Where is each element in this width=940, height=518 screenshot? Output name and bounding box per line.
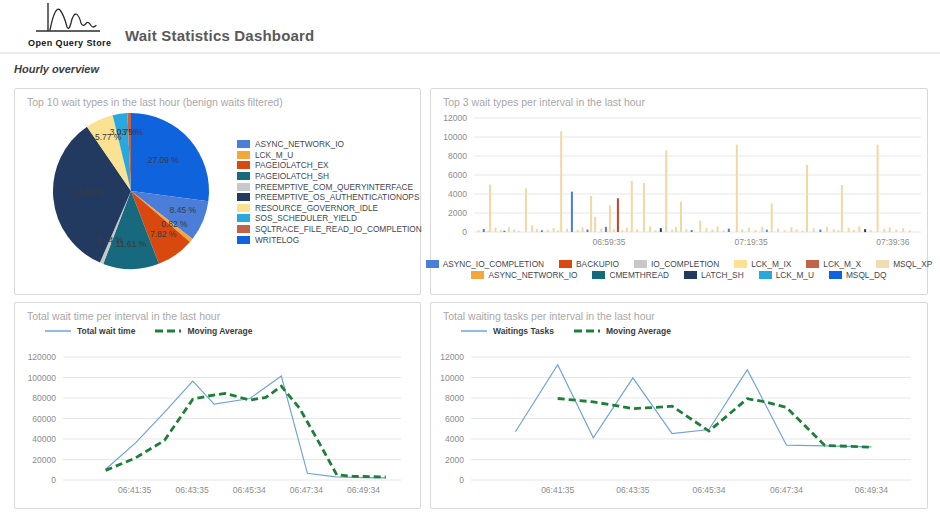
pie-legend-item-PAGEIOLATCH_SH[interactable]: PAGEIOLATCH_SH	[237, 171, 422, 182]
bar[interactable]	[877, 145, 879, 232]
bar[interactable]	[513, 230, 515, 233]
bar[interactable]	[796, 229, 798, 232]
bar[interactable]	[649, 226, 651, 232]
bar[interactable]	[617, 198, 619, 232]
bar[interactable]	[813, 228, 815, 232]
bar[interactable]	[848, 228, 850, 232]
bar[interactable]	[699, 221, 701, 232]
bar[interactable]	[748, 228, 750, 232]
pie-legend-item-SQLTRACE_FILE_READ_IO_COMPLETION[interactable]: SQLTRACE_FILE_READ_IO_COMPLETION	[237, 224, 422, 235]
bar[interactable]	[858, 226, 860, 232]
pie-legend-item-LCK_M_U[interactable]: LCK_M_U	[237, 150, 422, 161]
pie-legend-item-ASYNC_NETWORK_IO[interactable]: ASYNC_NETWORK_IO	[237, 139, 422, 150]
bar[interactable]	[503, 231, 505, 232]
bar[interactable]	[895, 230, 897, 232]
pie-legend-item-SOS_SCHEDULER_YIELD[interactable]: SOS_SCHEDULER_YIELD	[237, 213, 422, 224]
pie-legend-item-PAGEIOLATCH_EX[interactable]: PAGEIOLATCH_EX	[237, 160, 422, 171]
bar[interactable]	[489, 185, 491, 233]
pie-legend-item-RESOURCE_GOVERNOR_IDLE[interactable]: RESOURCE_GOVERNOR_IDLE	[237, 203, 422, 214]
bar[interactable]	[883, 229, 885, 232]
bar[interactable]	[870, 230, 872, 232]
bar[interactable]	[553, 228, 555, 232]
bar[interactable]	[675, 227, 677, 232]
bar[interactable]	[837, 230, 839, 232]
bar[interactable]	[691, 230, 693, 232]
bar[interactable]	[864, 229, 866, 232]
bar[interactable]	[755, 230, 757, 232]
bar[interactable]	[609, 205, 611, 232]
bar[interactable]	[495, 228, 497, 232]
bar[interactable]	[577, 230, 579, 232]
bar[interactable]	[902, 228, 904, 232]
bar[interactable]	[660, 228, 662, 232]
bar[interactable]	[671, 230, 673, 232]
line-legend-item-moving-average[interactable]: Moving Average	[155, 326, 252, 336]
bar[interactable]	[541, 230, 543, 232]
bar[interactable]	[802, 231, 804, 232]
bar[interactable]	[557, 231, 559, 233]
bar[interactable]	[685, 229, 687, 232]
bar-legend-item-MSQL_DQ[interactable]: MSQL_DQ	[829, 270, 887, 280]
line-legend-item-moving-average[interactable]: Moving Average	[574, 326, 671, 336]
bar[interactable]	[833, 229, 835, 232]
bar[interactable]	[531, 225, 533, 232]
series-line-total-wait-time[interactable]	[106, 376, 386, 478]
bar[interactable]	[518, 231, 520, 232]
pie-legend-item-PREEMPTIVE_COM_QUERYINTERFACE[interactable]: PREEMPTIVE_COM_QUERYINTERFACE	[237, 181, 422, 192]
bar-legend-item-BACKUPIO[interactable]: BACKUPIO	[559, 259, 619, 269]
bar[interactable]	[819, 230, 821, 232]
bar[interactable]	[560, 131, 562, 232]
bar[interactable]	[536, 229, 538, 232]
bar[interactable]	[636, 229, 638, 232]
bar[interactable]	[626, 228, 628, 232]
bar-legend-item-LATCH_SH[interactable]: LATCH_SH	[684, 270, 744, 280]
bar[interactable]	[761, 227, 763, 232]
bar-legend-item-ASYNC_IO_COMPLETION[interactable]: ASYNC_IO_COMPLETION	[426, 259, 544, 269]
bar[interactable]	[571, 192, 573, 232]
bar[interactable]	[909, 230, 911, 232]
bar[interactable]	[566, 229, 568, 232]
bar[interactable]	[736, 145, 738, 232]
bar-legend-item-MSQL_XP[interactable]: MSQL_XP	[876, 259, 932, 269]
bar[interactable]	[605, 227, 607, 232]
line-legend-item-total-wait-time[interactable]: Total wait time	[45, 326, 135, 336]
bar[interactable]	[771, 204, 773, 233]
bar[interactable]	[777, 229, 779, 232]
line-legend-item-waitings-tasks[interactable]: Waitings Tasks	[461, 326, 554, 336]
bar[interactable]	[722, 230, 724, 232]
bar[interactable]	[705, 228, 707, 232]
bar[interactable]	[806, 165, 808, 232]
bar[interactable]	[665, 150, 667, 232]
bar[interactable]	[680, 202, 682, 232]
bar[interactable]	[711, 230, 713, 232]
bar[interactable]	[631, 181, 633, 232]
bar[interactable]	[889, 227, 891, 232]
bar[interactable]	[643, 183, 645, 232]
bar[interactable]	[766, 230, 768, 232]
bar[interactable]	[621, 230, 623, 232]
bar[interactable]	[784, 230, 786, 232]
series-line-moving-average[interactable]	[106, 386, 386, 477]
bar[interactable]	[590, 196, 592, 232]
pie-legend-item-PREEMPTIVE_OS_AUTHENTICATIONOPS[interactable]: PREEMPTIVE_OS_AUTHENTICATIONOPS	[237, 192, 422, 203]
bar[interactable]	[717, 226, 719, 232]
bar[interactable]	[594, 217, 596, 232]
bar[interactable]	[478, 230, 480, 232]
bar[interactable]	[655, 230, 657, 232]
bar[interactable]	[500, 230, 502, 232]
bar[interactable]	[841, 185, 843, 232]
bar-legend-item-LCK_M_IX[interactable]: LCK_M_IX	[734, 259, 791, 269]
bar-legend-item-CMEMTHREAD[interactable]: CMEMTHREAD	[592, 270, 668, 280]
bar[interactable]	[728, 229, 730, 232]
bar[interactable]	[483, 229, 485, 232]
bar-legend-item-LCK_M_U[interactable]: LCK_M_U	[759, 270, 814, 280]
bar[interactable]	[487, 231, 489, 232]
bar-legend-item-IO_COMPLETION[interactable]: IO_COMPLETION	[634, 259, 719, 269]
bar-legend-item-ASYNC_NETWORK_IO[interactable]: ASYNC_NETWORK_IO	[471, 270, 577, 280]
bar[interactable]	[826, 227, 828, 232]
bar[interactable]	[525, 188, 527, 232]
series-line-moving-average[interactable]	[558, 399, 872, 448]
bar[interactable]	[547, 230, 549, 232]
bar[interactable]	[790, 227, 792, 232]
pie-legend-item-WRITELOG[interactable]: WRITELOG	[237, 234, 422, 245]
